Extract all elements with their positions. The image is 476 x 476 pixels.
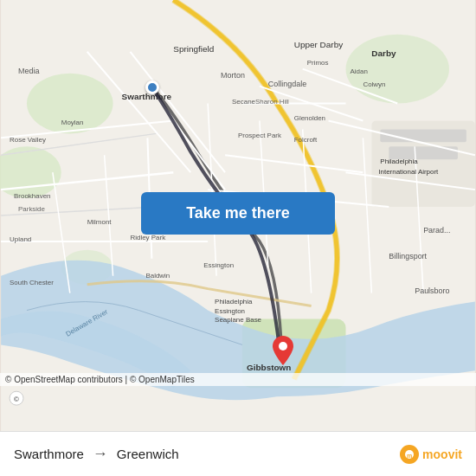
map-container: Swarthmore Media Rose Valley Brookhaven … xyxy=(0,0,476,431)
svg-text:Baldwin: Baldwin xyxy=(145,272,170,280)
footer: Swarthmore → Greenwich m moovit xyxy=(0,431,476,476)
svg-point-69 xyxy=(279,342,287,351)
svg-text:Parad...: Parad... xyxy=(423,226,450,235)
svg-text:South Chester: South Chester xyxy=(10,279,54,286)
origin-marker xyxy=(145,80,159,94)
map-attribution: © OpenStreetMap contributors | © OpenMap… xyxy=(0,373,476,386)
svg-text:©: © xyxy=(14,396,19,403)
svg-text:Folcroft: Folcroft xyxy=(294,136,318,144)
svg-text:Morton: Morton xyxy=(221,71,245,80)
svg-text:Rose Valley: Rose Valley xyxy=(10,136,46,144)
svg-text:Collingdale: Collingdale xyxy=(268,80,306,88)
svg-text:Swarthmore: Swarthmore xyxy=(122,92,172,101)
svg-text:Springfield: Springfield xyxy=(173,44,214,54)
svg-text:Glenolden: Glenolden xyxy=(294,114,325,122)
destination-marker xyxy=(273,336,293,369)
svg-text:Essington: Essington xyxy=(203,261,234,269)
svg-text:Aidan: Aidan xyxy=(350,68,367,75)
svg-text:Seaplane Base: Seaplane Base xyxy=(215,317,262,325)
svg-text:Paulsboro: Paulsboro xyxy=(415,286,449,295)
svg-text:Philadelphia: Philadelphia xyxy=(380,158,418,165)
svg-text:Darby: Darby xyxy=(371,48,396,58)
route-info: Swarthmore → Greenwich xyxy=(14,445,179,463)
svg-text:Primos: Primos xyxy=(307,59,329,67)
svg-text:m: m xyxy=(407,452,412,458)
svg-text:Upland: Upland xyxy=(10,235,31,243)
svg-text:Media: Media xyxy=(18,67,39,75)
svg-text:International Airport: International Airport xyxy=(378,168,439,176)
svg-text:Philadelphia: Philadelphia xyxy=(215,298,253,306)
moovit-circle-icon: m xyxy=(400,445,419,464)
svg-text:Moylan: Moylan xyxy=(61,119,84,126)
svg-text:Milmont: Milmont xyxy=(87,218,113,226)
app: Swarthmore Media Rose Valley Brookhaven … xyxy=(0,0,476,476)
take-me-there-button[interactable]: Take me there xyxy=(141,192,335,235)
svg-text:Prospect Park: Prospect Park xyxy=(238,132,281,139)
attribution-text: © OpenStreetMap contributors | © OpenMap… xyxy=(5,375,195,384)
moovit-logo: m moovit xyxy=(400,445,462,464)
origin-label: Swarthmore xyxy=(14,447,84,461)
svg-text:Billingsport: Billingsport xyxy=(389,252,427,261)
arrow-icon: → xyxy=(93,445,108,463)
svg-text:Brookhaven: Brookhaven xyxy=(14,192,50,200)
svg-text:Sharon Hill: Sharon Hill xyxy=(255,98,289,106)
moovit-text: moovit xyxy=(422,447,462,461)
svg-text:Upper Darby: Upper Darby xyxy=(294,40,343,49)
svg-text:Secane: Secane xyxy=(232,98,256,106)
destination-label: Greenwich xyxy=(117,447,179,461)
svg-text:Essington: Essington xyxy=(215,307,245,315)
svg-text:Ridley Park: Ridley Park xyxy=(130,234,165,241)
svg-text:Colwyn: Colwyn xyxy=(363,80,385,88)
svg-text:Parkside: Parkside xyxy=(18,205,46,213)
